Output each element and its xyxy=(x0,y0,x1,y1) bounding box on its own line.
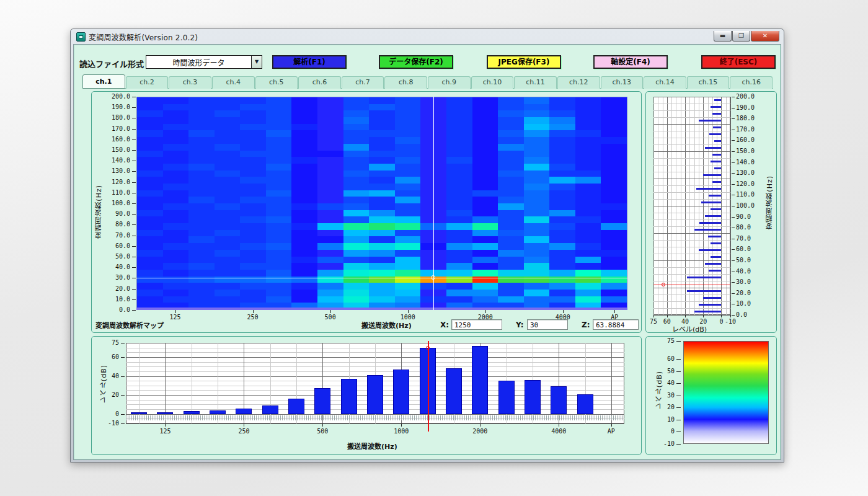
heatmap-cell xyxy=(215,283,241,290)
heatmap-cell xyxy=(291,283,317,290)
heatmap-cell xyxy=(343,97,370,104)
tab-ch-6[interactable]: ch.6 xyxy=(298,76,341,89)
heatmap-cell xyxy=(343,210,370,217)
heatmap-cell xyxy=(524,177,550,184)
heatmap-cell xyxy=(395,283,421,290)
heatmap-cell xyxy=(215,263,241,270)
heatmap-cell xyxy=(601,170,627,177)
profile-ytick-label: 130.0 xyxy=(736,169,755,176)
tab-ch-7[interactable]: ch.7 xyxy=(342,76,384,89)
tab-ch-5[interactable]: ch.5 xyxy=(255,76,298,89)
profile-ytick xyxy=(732,173,735,174)
heatmap-cell xyxy=(575,170,601,177)
tab-ch-15[interactable]: ch.15 xyxy=(687,76,730,89)
tab-ch-3[interactable]: ch.3 xyxy=(169,76,211,89)
heatmap-cell xyxy=(137,270,163,277)
heatmap-cell xyxy=(446,104,472,111)
tab-ch-4[interactable]: ch.4 xyxy=(212,76,255,89)
heatmap-cell xyxy=(446,190,472,197)
heatmap-cell xyxy=(343,223,370,230)
heatmap-cell xyxy=(240,277,266,283)
heatmap-cell xyxy=(291,263,317,270)
heatmap-cell xyxy=(446,197,472,203)
heatmap-cell xyxy=(575,236,601,243)
toolbar-button-axis-settings[interactable]: 軸設定(F4) xyxy=(593,55,668,69)
profile-gridline-h xyxy=(653,104,730,104)
heatmap-cell xyxy=(137,216,163,223)
close-button[interactable]: ✕ xyxy=(751,31,779,42)
heatmap-cell xyxy=(472,190,498,197)
heatmap-cell xyxy=(163,117,189,124)
heatmap-ytick-label: 20.0 xyxy=(100,285,130,292)
heatmap-cell xyxy=(575,110,601,117)
heatmap-cell xyxy=(240,144,266,151)
heatmap-cell xyxy=(291,170,317,177)
heatmap-cell xyxy=(343,250,370,257)
profile-ytick xyxy=(732,130,735,130)
heatmap-cell xyxy=(188,223,215,230)
profile-bar xyxy=(705,263,721,265)
heatmap-cell xyxy=(601,263,627,270)
readout-y-value[interactable]: 30 xyxy=(527,319,568,330)
file-format-dropdown[interactable]: 時間波形データ ▼ xyxy=(146,55,262,69)
profile-ytick-label: 30.0 xyxy=(736,278,751,285)
title-bar[interactable]: 変調周波数解析(Version 2.0.2) ▬ ❐ ✕ xyxy=(73,30,781,43)
tab-ch-1[interactable]: ch.1 xyxy=(82,74,125,89)
readout-x-value[interactable]: 1250 xyxy=(451,319,502,330)
chevron-down-icon[interactable]: ▼ xyxy=(251,56,262,68)
heatmap-cell xyxy=(549,117,575,124)
heatmap-cell xyxy=(317,257,343,264)
profile-ytick-label: 200.0 xyxy=(736,93,755,100)
tab-ch-14[interactable]: ch.14 xyxy=(644,76,686,89)
heatmap-cell xyxy=(317,236,343,243)
toolbar-button-save-jpeg[interactable]: JPEG保存(F3) xyxy=(487,55,561,69)
heatmap-cell xyxy=(369,164,395,170)
heatmap-cell xyxy=(601,184,627,190)
heatmap-cell xyxy=(472,144,498,151)
heatmap-cell xyxy=(446,157,472,164)
heatmap-cell xyxy=(266,190,292,197)
modulation-profile-panel: 756040200-10200.0190.0180.0170.0160.0150… xyxy=(645,91,777,333)
heatmap-cell xyxy=(343,257,370,264)
profile-gridline-h xyxy=(653,213,730,213)
profile-bar xyxy=(708,236,722,237)
tab-ch-10[interactable]: ch.10 xyxy=(471,76,514,89)
carrier-ytick-label: -10 xyxy=(100,420,119,427)
heatmap-cell xyxy=(575,197,601,203)
tab-ch-8[interactable]: ch.8 xyxy=(384,76,427,89)
tab-ch-2[interactable]: ch.2 xyxy=(126,76,169,89)
profile-ytick-label: 160.0 xyxy=(736,136,755,143)
heatmap-cell xyxy=(549,263,575,270)
heatmap-cell xyxy=(266,290,292,296)
toolbar-button-analyze[interactable]: 解析(F1) xyxy=(272,55,347,69)
heatmap-cell xyxy=(575,243,601,250)
readout-z-value[interactable]: 63.8884 xyxy=(593,319,639,330)
heatmap-cell xyxy=(472,203,498,210)
heatmap-cell xyxy=(291,104,317,111)
heatmap-cell xyxy=(472,157,498,164)
profile-ytick xyxy=(732,315,735,316)
maximize-button[interactable]: ❐ xyxy=(732,31,750,42)
heatmap-cell xyxy=(524,203,550,210)
minimize-button[interactable]: ▬ xyxy=(714,31,732,42)
heatmap-cell xyxy=(291,243,317,250)
heatmap-cell xyxy=(215,137,241,144)
heatmap-cell xyxy=(188,110,215,117)
toolbar-button-exit[interactable]: 終了(ESC) xyxy=(701,55,776,69)
heatmap-cell xyxy=(215,197,241,203)
heatmap-cell xyxy=(163,190,189,197)
heatmap-cell xyxy=(137,236,163,243)
profile-bar xyxy=(714,99,722,101)
heatmap-cell xyxy=(472,130,498,137)
toolbar-button-save-data[interactable]: データ保存(F2) xyxy=(379,55,453,69)
tab-ch-12[interactable]: ch.12 xyxy=(557,76,600,89)
heatmap-cell xyxy=(163,250,189,257)
heatmap-cell xyxy=(266,243,292,250)
tab-ch-13[interactable]: ch.13 xyxy=(601,76,644,89)
tab-ch-11[interactable]: ch.11 xyxy=(514,76,557,89)
tab-ch-9[interactable]: ch.9 xyxy=(428,76,471,89)
heatmap-cell xyxy=(549,177,575,184)
heatmap-cell xyxy=(215,236,241,243)
heatmap-cell xyxy=(163,97,189,104)
tab-ch-16[interactable]: ch.16 xyxy=(730,76,773,89)
